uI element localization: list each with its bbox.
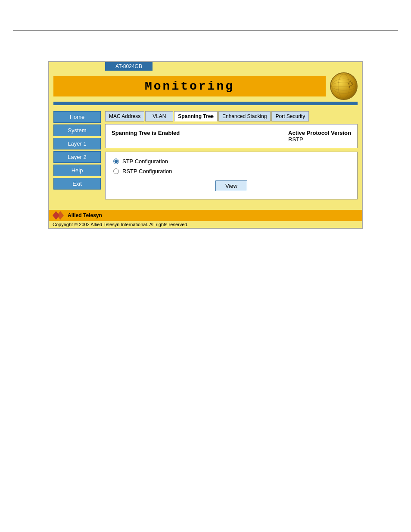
stp-radio-row: STP Configuration bbox=[113, 158, 349, 165]
nav-system[interactable]: System bbox=[53, 124, 101, 136]
nav-exit[interactable]: Exit bbox=[53, 178, 101, 190]
protocol-label: Active Protocol Version bbox=[288, 130, 351, 136]
copyright-text: Copyright © 2002 Allied Telesyn Internat… bbox=[53, 222, 188, 227]
svg-point-9 bbox=[349, 86, 350, 88]
footer-logo-text: Allied Telesyn bbox=[68, 212, 102, 218]
spanning-tree-status: Spanning Tree is Enabled bbox=[112, 130, 180, 136]
svg-point-7 bbox=[348, 83, 349, 85]
status-info-box: Spanning Tree is Enabled Active Protocol… bbox=[105, 124, 358, 148]
config-box: STP Configuration RSTP Configuration Vie… bbox=[105, 152, 358, 199]
right-panel: MAC Address VLAN Spanning Tree Enhanced … bbox=[105, 111, 358, 203]
nav-help[interactable]: Help bbox=[53, 165, 101, 176]
svg-point-8 bbox=[350, 85, 352, 86]
stp-radio[interactable] bbox=[113, 159, 119, 164]
left-nav: Home System Layer 1 Layer 2 Help Exit bbox=[53, 111, 101, 203]
view-btn-row: View bbox=[113, 178, 349, 193]
svg-point-10 bbox=[352, 84, 353, 85]
status-prefix: Spanning Tree is bbox=[112, 130, 158, 136]
content-area: Home System Layer 1 Layer 2 Help Exit MA… bbox=[49, 107, 362, 207]
globe-icon bbox=[330, 72, 358, 100]
nav-home[interactable]: Home bbox=[53, 111, 101, 123]
svg-point-6 bbox=[351, 82, 353, 84]
rstp-label: RSTP Configuration bbox=[122, 168, 172, 174]
main-panel: AT-8024GB Monitoring bbox=[48, 61, 363, 229]
footer-bar: Allied Telesyn bbox=[49, 210, 362, 221]
blue-header-bar bbox=[53, 102, 358, 105]
rstp-radio-row: RSTP Configuration bbox=[113, 168, 349, 174]
tab-mac-address[interactable]: MAC Address bbox=[105, 111, 144, 121]
allied-telesyn-logo-icon bbox=[53, 211, 66, 220]
svg-point-5 bbox=[349, 81, 351, 82]
rstp-radio[interactable] bbox=[113, 168, 119, 174]
tab-port-security[interactable]: Port Security bbox=[271, 111, 309, 121]
protocol-info: Active Protocol Version RSTP bbox=[288, 130, 351, 143]
tab-spanning-tree[interactable]: Spanning Tree bbox=[174, 111, 218, 121]
device-name-tab: AT-8024GB bbox=[105, 62, 153, 71]
copyright-bar: Copyright © 2002 Allied Telesyn Internat… bbox=[49, 221, 362, 228]
status-value: Enabled bbox=[158, 130, 180, 136]
page-title: Monitoring bbox=[53, 76, 326, 96]
nav-layer2[interactable]: Layer 2 bbox=[53, 151, 101, 163]
stp-label: STP Configuration bbox=[122, 158, 168, 165]
device-tab-row: AT-8024GB bbox=[49, 62, 362, 71]
top-rule bbox=[13, 30, 398, 31]
svg-marker-12 bbox=[57, 211, 64, 220]
tab-vlan[interactable]: VLAN bbox=[145, 111, 173, 121]
tabs-row: MAC Address VLAN Spanning Tree Enhanced … bbox=[105, 111, 358, 121]
header-row: Monitoring bbox=[49, 71, 362, 100]
footer-logo: Allied Telesyn bbox=[53, 211, 102, 220]
tab-enhanced-stacking[interactable]: Enhanced Stacking bbox=[218, 111, 271, 121]
nav-layer1[interactable]: Layer 1 bbox=[53, 138, 101, 149]
view-button[interactable]: View bbox=[215, 180, 247, 191]
protocol-value: RSTP bbox=[288, 136, 351, 143]
